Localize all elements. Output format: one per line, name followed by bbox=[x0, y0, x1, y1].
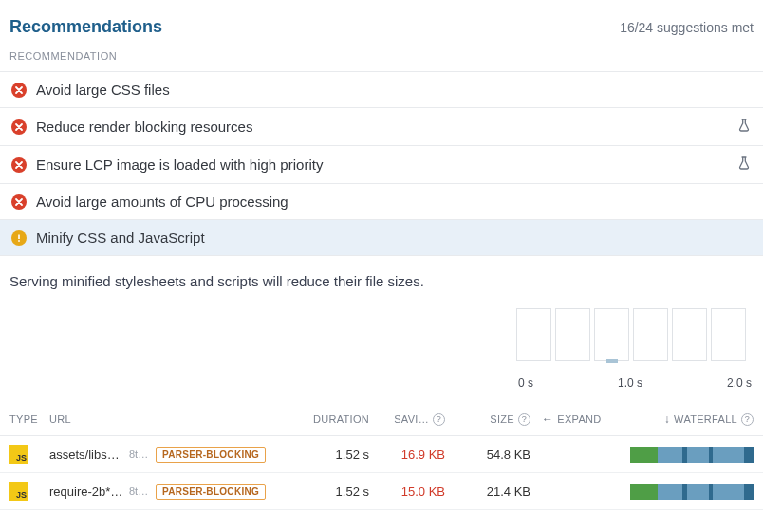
waterfall-bar bbox=[630, 484, 754, 500]
col-size[interactable]: SIZE ? bbox=[445, 413, 530, 426]
js-badge-icon: JS bbox=[9, 445, 28, 464]
filmstrip-frame[interactable] bbox=[672, 308, 707, 361]
recommendation-list: Avoid large CSS filesReduce render block… bbox=[0, 72, 763, 256]
recommendation-text: Ensure LCP image is loaded with high pri… bbox=[36, 156, 727, 173]
savings-cell: 16.9 KB bbox=[369, 448, 445, 462]
filmstrip bbox=[516, 308, 754, 361]
col-savings[interactable]: SAVI… ? bbox=[369, 413, 445, 426]
col-type[interactable]: TYPE bbox=[9, 413, 49, 425]
resource-url: assets/libs-… bbox=[49, 448, 123, 462]
waterfall-cell[interactable] bbox=[606, 447, 754, 463]
fail-icon bbox=[11, 119, 27, 135]
fail-icon bbox=[11, 194, 27, 210]
size-cell: 54.8 KB bbox=[445, 448, 530, 462]
url-cell: assets/libs-…8tr…PARSER-BLOCKING bbox=[49, 447, 293, 463]
arrow-left-icon: ← bbox=[542, 413, 553, 426]
section-label: RECOMMENDATION bbox=[0, 43, 763, 72]
resource-row[interactable]: JSrequire-2b**…8tr…PARSER-BLOCKING1.52 s… bbox=[0, 473, 763, 510]
duration-cell: 1.52 s bbox=[293, 485, 369, 499]
url-cell: require-2b**…8tr…PARSER-BLOCKING bbox=[49, 484, 293, 500]
svg-rect-0 bbox=[18, 234, 20, 239]
recommendation-text: Reduce render blocking resources bbox=[36, 119, 727, 135]
filmstrip-frame[interactable] bbox=[633, 308, 668, 361]
axis-tick: 2.0 s bbox=[727, 376, 752, 390]
recommendation-row[interactable]: Avoid large amounts of CPU processing bbox=[0, 184, 763, 220]
recommendation-description: Serving minified stylesheets and scripts… bbox=[0, 256, 763, 308]
recommendation-text: Avoid large CSS files bbox=[36, 82, 752, 98]
axis-tick: 0 s bbox=[518, 376, 533, 390]
warn-icon bbox=[11, 230, 27, 246]
savings-cell: 15.0 KB bbox=[369, 485, 445, 499]
resource-table: JSassets/libs-…8tr…PARSER-BLOCKING1.52 s… bbox=[0, 436, 763, 510]
recommendation-row[interactable]: Avoid large CSS files bbox=[0, 72, 763, 108]
panel-title: Recommendations bbox=[9, 17, 162, 37]
fail-icon bbox=[11, 83, 27, 98]
waterfall-cell[interactable] bbox=[606, 484, 754, 500]
js-badge-icon: JS bbox=[9, 482, 28, 501]
axis-tick: 1.0 s bbox=[618, 376, 642, 390]
suggestions-summary: 16/24 suggestions met bbox=[620, 20, 754, 35]
recommendation-text: Minify CSS and JavaScript bbox=[36, 229, 752, 246]
arrow-down-icon: ↓ bbox=[664, 413, 670, 426]
resource-host: 8tr… bbox=[129, 486, 150, 497]
resource-host: 8tr… bbox=[129, 449, 150, 460]
flask-icon bbox=[736, 156, 752, 174]
help-icon[interactable]: ? bbox=[741, 413, 754, 426]
recommendation-text: Avoid large amounts of CPU processing bbox=[36, 193, 752, 210]
filmstrip-frame[interactable] bbox=[555, 308, 590, 361]
col-duration[interactable]: DURATION bbox=[293, 413, 369, 425]
fail-icon bbox=[11, 157, 27, 173]
parser-blocking-badge: PARSER-BLOCKING bbox=[156, 484, 266, 500]
help-icon[interactable]: ? bbox=[518, 413, 530, 426]
time-axis: 0 s 1.0 s 2.0 s bbox=[516, 367, 754, 403]
recommendation-row[interactable]: Minify CSS and JavaScript bbox=[0, 220, 763, 256]
parser-blocking-badge: PARSER-BLOCKING bbox=[156, 447, 266, 463]
col-url[interactable]: URL bbox=[49, 413, 293, 425]
resource-row[interactable]: JSassets/libs-…8tr…PARSER-BLOCKING1.52 s… bbox=[0, 436, 763, 473]
filmstrip-frame[interactable] bbox=[516, 308, 551, 361]
filmstrip-frame[interactable] bbox=[594, 308, 629, 361]
duration-cell: 1.52 s bbox=[293, 448, 369, 462]
recommendation-row[interactable]: Reduce render blocking resources bbox=[0, 108, 763, 146]
col-expand[interactable]: ← EXPAND bbox=[530, 413, 606, 426]
resource-url: require-2b**… bbox=[49, 485, 123, 499]
filmstrip-frame[interactable] bbox=[711, 308, 746, 361]
recommendation-row[interactable]: Ensure LCP image is loaded with high pri… bbox=[0, 146, 763, 184]
filmstrip-area: 0 s 1.0 s 2.0 s bbox=[0, 308, 763, 403]
panel-header: Recommendations 16/24 suggestions met bbox=[0, 0, 763, 43]
svg-rect-1 bbox=[18, 240, 20, 242]
flask-icon bbox=[736, 118, 752, 136]
size-cell: 21.4 KB bbox=[445, 485, 530, 499]
col-waterfall[interactable]: ↓ WATERFALL ? bbox=[606, 413, 754, 426]
table-header: TYPE URL DURATION SAVI… ? SIZE ? ← EXPAN… bbox=[0, 403, 763, 436]
help-icon[interactable]: ? bbox=[433, 413, 445, 426]
waterfall-bar bbox=[630, 447, 754, 463]
